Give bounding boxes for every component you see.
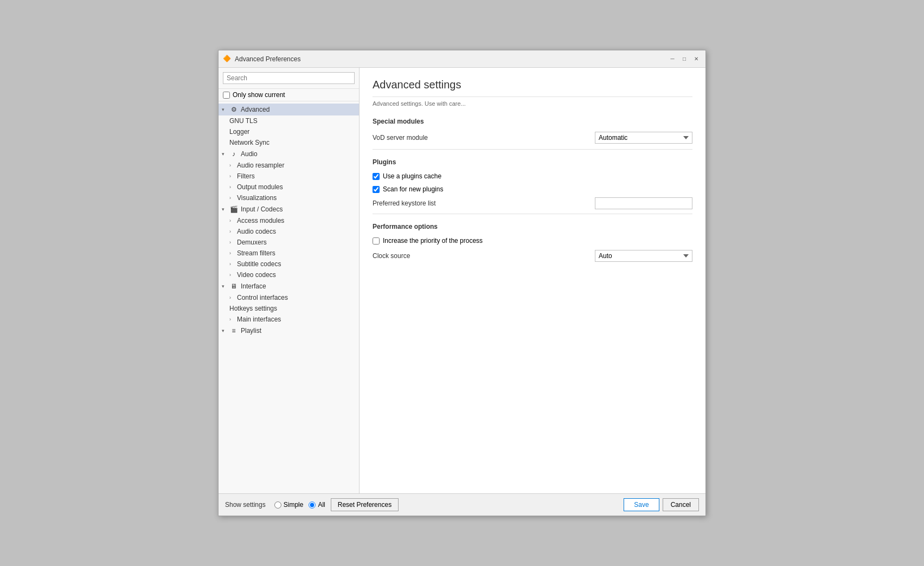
sidebar-item-network-sync[interactable]: Network Sync (219, 137, 359, 148)
vod-server-dropdown[interactable]: Automatic (595, 132, 692, 144)
sidebar-label-video-codecs: Video codecs (237, 271, 356, 279)
chevron-right-icon: › (229, 250, 237, 256)
sidebar-item-audio-codecs[interactable]: › Audio codecs (219, 226, 359, 237)
sidebar-item-playlist[interactable]: ▾ ≡ Playlist (219, 325, 359, 337)
sidebar-label-interface: Interface (241, 282, 356, 290)
sidebar-label-filters: Filters (237, 172, 356, 180)
sidebar-item-advanced[interactable]: ▾ ⚙ Advanced (219, 104, 359, 115)
divider-2 (373, 214, 692, 214)
sidebar-label-demuxers: Demuxers (237, 239, 356, 246)
radio-group: Simple All (274, 501, 325, 509)
clock-source-row: Clock source Auto (373, 249, 692, 263)
sidebar-label-control-interfaces: Control interfaces (237, 294, 356, 301)
simple-radio[interactable] (274, 501, 281, 509)
chevron-right-icon: › (229, 163, 237, 168)
window-title: Advanced Preferences (235, 55, 300, 63)
chevron-down-icon: ▾ (222, 107, 229, 112)
audio-icon: ♪ (229, 150, 238, 158)
divider-1 (373, 149, 692, 150)
vod-server-row: VoD server module Automatic (373, 131, 692, 145)
content-title: Advanced settings (373, 79, 692, 97)
sidebar-item-logger[interactable]: Logger (219, 126, 359, 137)
sidebar-label-output-modules: Output modules (237, 183, 356, 191)
chevron-right-icon: › (229, 272, 237, 278)
main-window: 🔶 Advanced Preferences ─ □ ✕ Only show c… (218, 50, 706, 516)
sidebar-item-gnu-tls[interactable]: GNU TLS (219, 115, 359, 126)
sidebar-item-input-codecs[interactable]: ▾ 🎬 Input / Codecs (219, 203, 359, 215)
cancel-button[interactable]: Cancel (663, 498, 699, 511)
sidebar-label-advanced: Advanced (241, 106, 356, 113)
only-show-current-label: Only show current (233, 91, 285, 99)
preferred-keystore-label: Preferred keystore list (373, 200, 595, 207)
chevron-right-icon: › (229, 184, 237, 190)
scan-for-new-plugins-row: Scan for new plugins (373, 184, 692, 194)
bottom-bar: Show settings Simple All Reset Preferenc… (219, 493, 705, 516)
chevron-right-icon: › (229, 218, 237, 223)
sidebar-item-video-codecs[interactable]: › Video codecs (219, 269, 359, 280)
sidebar-label-network-sync: Network Sync (229, 139, 356, 146)
sidebar-item-audio[interactable]: ▾ ♪ Audio (219, 148, 359, 160)
chevron-right-icon: › (229, 229, 237, 234)
preferred-keystore-input[interactable] (595, 197, 692, 209)
vod-server-control: Automatic (595, 132, 692, 144)
scan-for-new-plugins-checkbox[interactable] (373, 186, 380, 193)
plugins-section: Use a plugins cache Scan for new plugins… (373, 171, 692, 209)
playlist-icon: ≡ (229, 326, 238, 335)
sidebar-item-control-interfaces[interactable]: › Control interfaces (219, 292, 359, 303)
input-codecs-icon: 🎬 (229, 205, 238, 214)
bottom-bar-right: Save Cancel (624, 498, 699, 511)
scan-for-new-plugins-label: Scan for new plugins (383, 185, 443, 193)
main-content: Advanced settings Advanced settings. Use… (360, 68, 705, 493)
clock-source-dropdown[interactable]: Auto (595, 250, 692, 262)
special-modules-header: Special modules (373, 118, 692, 125)
window-body: Only show current ▾ ⚙ Advanced GNU TLS L… (219, 68, 705, 493)
maximize-button[interactable]: □ (679, 54, 689, 64)
use-plugins-cache-label: Use a plugins cache (383, 172, 441, 180)
sidebar-item-output-modules[interactable]: › Output modules (219, 182, 359, 192)
all-radio-item[interactable]: All (309, 501, 325, 509)
chevron-right-icon: › (229, 295, 237, 300)
sidebar-item-subtitle-codecs[interactable]: › Subtitle codecs (219, 259, 359, 269)
only-show-current-checkbox[interactable] (223, 92, 230, 99)
chevron-down-icon: ▾ (222, 328, 229, 333)
simple-radio-label: Simple (284, 501, 304, 509)
only-show-current-row: Only show current (219, 89, 359, 101)
reset-preferences-button[interactable]: Reset Preferences (331, 498, 399, 511)
chevron-right-icon: › (229, 240, 237, 245)
sidebar-item-audio-resampler[interactable]: › Audio resampler (219, 160, 359, 171)
sidebar-item-filters[interactable]: › Filters (219, 171, 359, 182)
close-button[interactable]: ✕ (691, 54, 701, 64)
increase-priority-label: Increase the priority of the process (383, 237, 483, 245)
sidebar-item-stream-filters[interactable]: › Stream filters (219, 248, 359, 259)
vod-server-label: VoD server module (373, 134, 595, 142)
clock-source-control: Auto (595, 250, 692, 262)
sidebar-label-gnu-tls: GNU TLS (229, 117, 356, 125)
sidebar-label-main-interfaces: Main interfaces (237, 316, 356, 323)
save-button[interactable]: Save (624, 498, 659, 511)
advanced-icon: ⚙ (229, 105, 238, 114)
sidebar-item-demuxers[interactable]: › Demuxers (219, 237, 359, 248)
preferred-keystore-row: Preferred keystore list (373, 197, 692, 209)
sidebar-label-visualizations: Visualizations (237, 194, 356, 202)
clock-source-label: Clock source (373, 252, 595, 260)
sidebar-item-interface[interactable]: ▾ 🖥 Interface (219, 280, 359, 292)
all-radio[interactable] (309, 501, 316, 509)
increase-priority-checkbox[interactable] (373, 237, 380, 245)
sidebar-item-access-modules[interactable]: › Access modules (219, 215, 359, 226)
content-subtitle: Advanced settings. Use with care... (373, 100, 692, 107)
minimize-button[interactable]: ─ (668, 54, 677, 64)
sidebar-item-hotkeys-settings[interactable]: Hotkeys settings (219, 303, 359, 314)
sidebar-item-visualizations[interactable]: › Visualizations (219, 192, 359, 203)
simple-radio-item[interactable]: Simple (274, 501, 304, 509)
sidebar-label-access-modules: Access modules (237, 217, 356, 224)
increase-priority-row: Increase the priority of the process (373, 236, 692, 246)
sidebar-item-main-interfaces[interactable]: › Main interfaces (219, 314, 359, 325)
sidebar-label-hotkeys-settings: Hotkeys settings (229, 305, 356, 312)
use-plugins-cache-checkbox[interactable] (373, 173, 380, 180)
show-settings-label: Show settings (225, 501, 266, 509)
bottom-bar-left: Show settings Simple All Reset Preferenc… (225, 498, 399, 511)
performance-options-header: Performance options (373, 223, 692, 230)
plugins-header: Plugins (373, 158, 692, 166)
chevron-right-icon: › (229, 261, 237, 267)
search-input[interactable] (223, 72, 355, 84)
